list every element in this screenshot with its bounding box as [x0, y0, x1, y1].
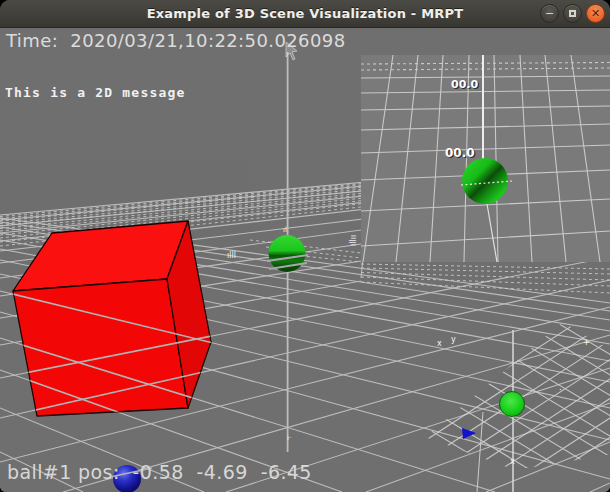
vp3-mark-dot: · — [559, 385, 562, 395]
time-label: Time: 2020/03/21,10:22:50.026098 — [6, 30, 346, 51]
vp3-mark-bottom: x — [510, 457, 515, 466]
blue-arrow[interactable] — [462, 428, 476, 439]
vp2-label-far: 00.0 — [451, 78, 478, 91]
mark-above-sphere: ıl — [283, 226, 287, 234]
green-sphere-bottom-right[interactable] — [500, 392, 525, 417]
main-3d-viewport[interactable]: 00.0 00.0 00.0 00.0 — [0, 28, 610, 492]
mark-axis-bottom: ı· — [287, 434, 291, 442]
message-2d: This is a 2D message — [5, 85, 186, 100]
vp3-axis-y-label: y — [451, 335, 456, 344]
scene-canvas[interactable]: 00.0 00.0 00.0 00.0 — [0, 0, 610, 492]
viewport-top-right[interactable]: 00.0 00.0 00.0 00.0 — [361, 55, 610, 262]
app-window: Example of 3D Scene Visualization - MRPT… — [0, 0, 610, 492]
vp2-label-near: 00.0 — [445, 146, 475, 160]
mark-near-cube: ılll — [227, 251, 236, 260]
ball-position-status: ball#1 pos: -0.58 -4.69 -6.45 — [7, 461, 312, 483]
vp3-axis-x-label: x — [437, 339, 442, 348]
mark-axis-strip: ıllıı — [349, 235, 358, 246]
vp3-mark-right: + — [583, 338, 590, 347]
green-sphere-top-right[interactable] — [462, 158, 508, 204]
